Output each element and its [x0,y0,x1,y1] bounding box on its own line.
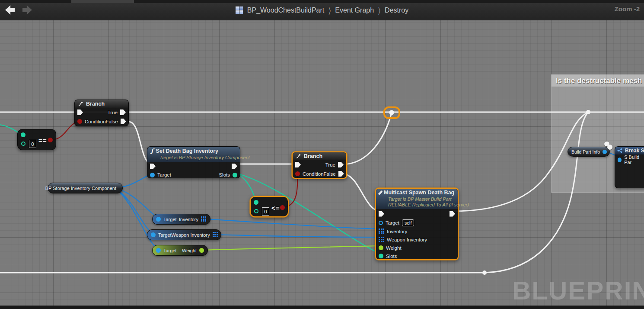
node-label: Build Part Info [571,149,600,154]
node-subtitle-1: Target is BP Master Build Part [376,196,458,202]
breadcrumb-event-graph[interactable]: Event Graph [335,6,374,14]
less-equal-int-node[interactable]: 0 <= [250,196,289,217]
default-value-input[interactable]: 0 [29,140,36,148]
condition-label: Condition [303,171,324,177]
multicast-spawn-death-bag-node[interactable]: Multicast Spawn Death Bag Target is BP M… [375,188,459,260]
inventory-array-pin[interactable] [379,229,384,234]
struct-input-pin[interactable] [618,158,622,162]
true-exec-out-pin[interactable] [338,162,344,167]
exec-out-pin[interactable] [450,211,455,217]
target-label: Target [157,172,171,177]
value-label: Inventory [179,217,198,222]
set-death-bag-inventory-node[interactable]: ƒ Set Death Bag Inventory Target is BP S… [147,146,240,178]
weight-pin[interactable] [379,245,383,250]
get-inventory-node[interactable]: Target Inventory [152,214,210,225]
condition-pin[interactable] [295,171,300,176]
breadcrumb-separator: 〉 [328,5,331,15]
get-weight-node[interactable]: Target Weight [152,245,208,256]
false-pin-label: False [324,171,336,177]
slots-output-pin[interactable] [233,173,237,177]
false-exec-out-pin[interactable] [338,171,344,177]
exec-in-pin[interactable] [150,164,156,169]
value-label: Weight [182,248,197,253]
struct-output-pin[interactable] [603,150,607,154]
target-label: Target [163,248,177,253]
branch-icon [296,154,301,159]
int-input-pin-a[interactable] [254,200,258,205]
target-pin[interactable] [156,217,161,222]
toolbar: BP_WoodChestBuildPart 〉 Event Graph 〉 De… [0,0,644,20]
node-subtitle: Target is BP Storage Inventory Component [147,155,240,161]
blueprint-editor: BP_WoodChestBuildPart 〉 Event Graph 〉 De… [0,0,644,309]
branch-icon [78,102,83,106]
weapon-inventory-array-pin[interactable] [379,237,384,242]
self-default-value[interactable]: self [402,219,414,226]
exec-in-pin[interactable] [77,109,83,115]
int-input-pin-b[interactable] [21,142,26,146]
target-pin[interactable] [379,221,383,225]
node-title: Branch [86,101,105,107]
bool-output-pin[interactable] [280,205,285,210]
target-pin[interactable] [156,248,161,253]
array-output-pin[interactable] [213,232,218,238]
true-exec-out-pin[interactable] [120,109,126,115]
weight-label: Weight [386,245,402,251]
node-layer: Branch True Condition False 0 == ƒ [0,0,644,309]
function-icon: ƒ [151,148,153,154]
exec-out-pin[interactable] [232,164,237,169]
int-input-pin-a[interactable] [21,132,26,137]
float-output-pin[interactable] [199,248,204,253]
get-weapon-inventory-node[interactable]: Target Weapon Inventory [147,229,221,240]
bottom-strip [0,306,644,309]
true-pin-label: True [325,162,335,167]
target-pin[interactable] [150,173,155,177]
slots-pin[interactable] [379,254,383,258]
target-pin[interactable] [151,232,156,237]
breadcrumb-separator: 〉 [378,5,380,15]
default-value-input[interactable]: 0 [262,207,269,216]
false-pin-label: False [106,119,118,124]
inventory-label: Inventory [387,229,407,234]
node-subtitle-2: RELIABLE Replicated To All (if server) [376,202,458,208]
break-struct-node[interactable]: Break S_B S Build Par [615,146,644,188]
condition-label: Condition [85,119,106,124]
breadcrumb: BP_WoodChestBuildPart 〉 Event Graph 〉 De… [0,0,644,20]
weapon-inventory-label: Weapon Inventory [387,237,427,242]
bool-output-pin[interactable] [48,138,53,142]
operator-glyph: == [38,137,47,144]
node-title: Branch [304,153,322,159]
pin-label: S Build Par [624,154,644,165]
slots-label: Slots [219,172,230,177]
breadcrumb-destroy[interactable]: Destroy [385,6,408,14]
value-label: Weapon Inventory [172,232,210,238]
node-title: Break S_B [625,148,644,154]
equal-int-node[interactable]: 0 == [17,129,56,150]
zoom-level-label: Zoom -2 [615,5,640,13]
mouse-cursor [604,142,614,150]
target-label: Target [158,232,172,238]
int-input-pin-b[interactable] [254,209,258,213]
branch1-node[interactable]: Branch True Condition False [74,100,129,126]
breadcrumb-blueprint[interactable]: BP_WoodChestBuildPart [247,6,324,14]
break-struct-icon [617,148,622,153]
exec-in-pin[interactable] [295,162,301,167]
bp-storage-inventory-component-node[interactable]: BP Storage Inventory Component [48,183,123,193]
slots-label: Slots [386,254,397,259]
operator-glyph: <= [271,204,280,212]
target-label: Target [386,220,399,225]
condition-pin[interactable] [77,119,82,124]
blueprint-icon [236,6,243,14]
false-exec-out-pin[interactable] [121,119,126,124]
node-title: Set Death Bag Inventory [156,148,218,154]
array-output-pin[interactable] [201,216,207,222]
node-title: Multicast Spawn Death Bag [384,190,454,196]
branch2-node[interactable]: Branch True Condition False [292,151,347,179]
build-part-info-node[interactable]: Build Part Info [567,147,610,157]
target-label: Target [163,217,177,222]
exec-in-pin[interactable] [379,211,384,217]
multicast-event-icon [378,190,383,195]
true-pin-label: True [108,110,118,115]
node-label: BP Storage Inventory Component [45,186,116,191]
